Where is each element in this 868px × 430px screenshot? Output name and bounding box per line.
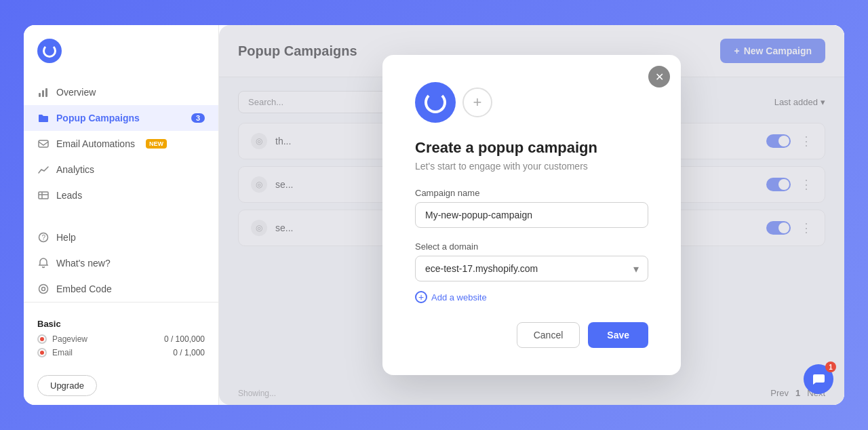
pageview-count: 0 / 100,000 [164,334,205,344]
modal-title: Create a popup campaign [415,139,648,157]
sidebar-item-label: Leads [56,190,82,201]
modal-icons: + [415,82,648,123]
plan-row-email: Email 0 / 1,000 [37,348,205,357]
plan-row-pageview: Pageview 0 / 100,000 [37,334,205,344]
svg-rect-1 [42,90,44,97]
folder-icon [37,112,50,124]
svg-rect-4 [39,192,48,199]
modal-logo-ring [425,92,446,113]
email-icon [37,138,50,150]
app-container: Overview Popup Campaigns 3 Email Automat… [24,25,844,405]
plan-section: Basic Pageview 0 / 100,000 Email 0 / 1,0… [24,302,218,402]
email-label: Email [52,348,73,357]
sidebar-logo [24,39,218,79]
sidebar-item-whats-new[interactable]: What's new? [24,250,218,276]
bell-icon [37,257,50,269]
sidebar-item-popup-campaigns[interactable]: Popup Campaigns 3 [24,105,218,131]
plus-circle-icon: + [415,291,427,303]
svg-point-9 [39,285,48,294]
sidebar-item-leads[interactable]: Leads [24,182,218,208]
analytics-icon [37,163,50,176]
modal: ✕ + Create a popup campaign Let's start … [382,55,681,375]
logo-ring [43,44,56,58]
sidebar-item-label: Email Automations [56,138,135,149]
svg-rect-0 [39,93,41,97]
svg-rect-2 [45,88,47,97]
modal-close-button[interactable]: ✕ [648,66,670,87]
leads-icon [37,189,50,201]
chart-icon [37,86,50,98]
plan-title: Basic [37,319,205,329]
embed-icon [37,283,50,295]
email-count: 0 / 1,000 [173,348,205,357]
svg-point-10 [42,288,45,291]
sidebar-item-label: What's new? [56,258,111,269]
modal-logo [415,82,456,123]
sidebar-item-label: Popup Campaigns [56,113,140,123]
add-website-label: Add a website [431,292,487,302]
svg-text:?: ? [42,234,46,241]
chat-icon [811,372,826,387]
upgrade-button[interactable]: Upgrade [37,375,97,396]
help-icon: ? [37,231,50,243]
campaign-badge: 3 [191,113,205,123]
sidebar-item-help[interactable]: ? Help [24,224,218,250]
modal-overlay: ✕ + Create a popup campaign Let's start … [219,25,844,405]
modal-plus-icon: + [462,87,492,117]
sidebar-item-label: Embed Code [56,284,112,294]
add-website-link[interactable]: + Add a website [415,291,648,303]
sidebar-item-analytics[interactable]: Analytics [24,157,218,182]
domain-label: Select a domain [415,241,648,252]
app-logo [37,39,62,63]
email-dot [37,348,47,357]
campaign-name-input[interactable] [415,202,648,228]
chat-badge: 1 [825,361,836,372]
main-content: Popup Campaigns + New Campaign Last adde… [219,25,844,405]
pageview-label: Pageview [52,334,87,344]
domain-select-wrapper: ece-test-17.myshopify.com ▾ [415,256,648,281]
domain-select[interactable]: ece-test-17.myshopify.com [415,256,648,281]
sidebar-item-label: Analytics [56,164,94,175]
chat-bubble[interactable]: 1 [804,364,833,394]
campaign-name-label: Campaign name [415,188,648,198]
pageview-dot [37,334,47,344]
cancel-button[interactable]: Cancel [517,322,580,348]
sidebar: Overview Popup Campaigns 3 Email Automat… [24,25,219,405]
modal-subtitle: Let's start to engage with your customer… [415,161,648,172]
sidebar-item-embed-code[interactable]: Embed Code [24,276,218,302]
save-button[interactable]: Save [588,322,648,348]
sidebar-item-label: Overview [56,87,96,98]
svg-rect-3 [39,140,48,147]
modal-actions: Cancel Save [415,322,648,348]
new-badge: NEW [146,139,167,149]
sidebar-item-email-automations[interactable]: Email Automations NEW [24,131,218,157]
sidebar-item-label: Help [56,232,76,243]
sidebar-item-overview[interactable]: Overview [24,79,218,105]
